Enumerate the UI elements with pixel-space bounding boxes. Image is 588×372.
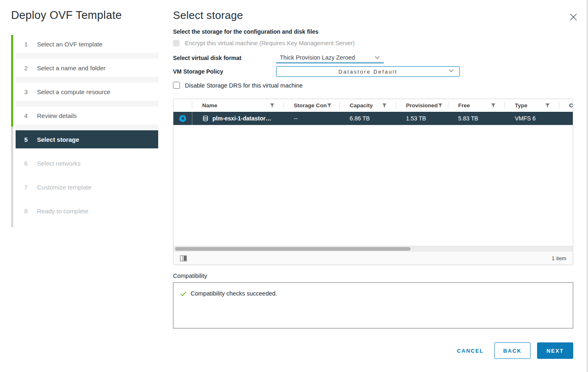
close-button[interactable]	[568, 12, 579, 22]
free-cell: 5.83 TB	[448, 112, 505, 125]
filter-icon[interactable]	[327, 103, 332, 108]
column-label: Free	[458, 102, 470, 109]
grid-header: Name Storage Con Capacity Provisioned	[173, 99, 573, 112]
column-label: Cluster	[569, 102, 573, 109]
wizard-steps: 1 Select an OVF template 2 Select a name…	[11, 35, 158, 220]
column-header-provisioned[interactable]: Provisioned	[396, 99, 448, 112]
filter-icon[interactable]	[491, 103, 496, 108]
disable-drs-label: Disable Storage DRS for this virtual mac…	[185, 82, 303, 89]
storage-policy-select[interactable]: Datastore Default	[276, 66, 460, 77]
datastore-row-selected[interactable]: plm-esxi-1-datastor… -- 6.86 TB 1.53 TB …	[173, 112, 573, 125]
radio-selected-icon[interactable]	[179, 115, 186, 122]
item-count: 1 item	[552, 255, 566, 261]
upcoming-steps-group: 6 Select networks 7 Customize template 8…	[16, 154, 158, 220]
capacity-cell: 6.86 TB	[340, 112, 396, 125]
column-picker-button[interactable]	[180, 255, 187, 261]
column-label: Capacity	[350, 102, 373, 109]
step-number: 2	[24, 65, 30, 72]
compatibility-message: Compatibility checks succeeded.	[191, 290, 277, 297]
success-check-icon	[180, 290, 187, 297]
columns-icon	[180, 255, 187, 261]
step-number: 5	[24, 136, 30, 143]
disk-format-row: Select virtual disk format Thick Provisi…	[173, 52, 573, 63]
step-select-ovf-template[interactable]: 1 Select an OVF template	[16, 35, 158, 53]
disk-format-value: Thick Provision Lazy Zeroed	[280, 54, 355, 61]
column-header-capacity[interactable]: Capacity	[340, 99, 396, 112]
step-number: 4	[24, 112, 30, 119]
compatibility-label: Compatibility	[173, 273, 573, 279]
datastore-grid: Name Storage Con Capacity Provisioned	[173, 99, 573, 265]
column-header-name[interactable]: Name	[192, 99, 284, 112]
chevron-down-icon	[375, 56, 380, 59]
step-select-compute-resource[interactable]: 3 Select a compute resource	[16, 83, 158, 101]
disable-drs-checkbox[interactable]	[173, 82, 180, 89]
wizard-title: Deploy OVF Template	[11, 9, 158, 22]
step-number: 3	[24, 88, 30, 95]
step-label: Ready to complete	[37, 208, 88, 215]
step-select-storage-active[interactable]: 5 Select storage	[16, 130, 158, 148]
storage-compatibility-cell: --	[284, 112, 340, 125]
column-header-cluster[interactable]: Cluster	[559, 99, 573, 112]
step-select-networks[interactable]: 6 Select networks	[16, 154, 158, 172]
wizard-sidebar: Deploy OVF Template 1 Select an OVF temp…	[0, 0, 158, 372]
wizard-button-bar: CANCEL BACK NEXT	[173, 342, 573, 359]
datastore-icon	[202, 115, 209, 122]
next-button[interactable]: NEXT	[537, 342, 573, 359]
column-label: Provisioned	[406, 102, 438, 109]
page-title: Select storage	[173, 9, 573, 22]
close-icon	[570, 13, 577, 21]
step-number: 6	[24, 160, 30, 167]
page-subtitle: Select the storage for the configuration…	[173, 28, 573, 35]
step-label: Select networks	[37, 160, 81, 167]
encrypt-vm-label: Encrypt this virtual machine (Requires K…	[185, 40, 355, 46]
header-radio-column	[173, 99, 192, 112]
column-header-storage-compatibility[interactable]: Storage Con	[284, 99, 340, 112]
step-number: 1	[24, 41, 30, 48]
filter-icon[interactable]	[438, 103, 443, 108]
filter-icon[interactable]	[270, 103, 275, 108]
type-cell: VMFS 6	[505, 112, 559, 125]
progress-rail-completed	[11, 35, 13, 127]
completed-steps-group: 1 Select an OVF template 2 Select a name…	[16, 35, 158, 130]
scrollbar-thumb[interactable]	[175, 247, 410, 251]
filter-icon[interactable]	[382, 103, 387, 108]
disk-format-select[interactable]: Thick Provision Lazy Zeroed	[276, 52, 384, 63]
column-header-type[interactable]: Type	[505, 99, 559, 112]
compatibility-box: Compatibility checks succeeded.	[173, 282, 573, 328]
horizontal-scrollbar[interactable]	[173, 246, 573, 251]
back-button[interactable]: BACK	[494, 342, 530, 359]
column-header-free[interactable]: Free	[448, 99, 505, 112]
step-label: Select an OVF template	[37, 41, 102, 48]
step-ready-to-complete[interactable]: 8 Ready to complete	[16, 202, 158, 220]
step-label: Select storage	[37, 136, 79, 143]
step-number: 8	[24, 208, 30, 215]
encrypt-vm-row: Encrypt this virtual machine (Requires K…	[173, 40, 573, 46]
step-customize-template[interactable]: 7 Customize template	[16, 178, 158, 196]
filter-icon[interactable]	[545, 103, 550, 108]
column-label: Storage Con	[294, 102, 327, 109]
disable-drs-row: Disable Storage DRS for this virtual mac…	[173, 82, 573, 89]
row-radio-cell	[173, 112, 192, 125]
step-content-panel: Select storage Select the storage for th…	[158, 0, 588, 372]
grid-body-empty	[173, 125, 573, 246]
datastore-name-cell: plm-esxi-1-datastor…	[192, 112, 284, 125]
cancel-button[interactable]: CANCEL	[453, 342, 488, 359]
deploy-ovf-dialog: Deploy OVF Template 1 Select an OVF temp…	[0, 0, 588, 372]
dialog-edge-divider	[587, 0, 588, 372]
grid-footer: 1 item	[173, 251, 573, 265]
step-label: Customize template	[37, 184, 92, 191]
step-label: Review details	[37, 112, 77, 119]
provisioned-cell: 1.53 TB	[396, 112, 448, 125]
step-select-name-folder[interactable]: 2 Select a name and folder	[16, 59, 158, 77]
step-label: Select a compute resource	[37, 88, 110, 95]
storage-policy-row: VM Storage Policy Datastore Default	[173, 66, 573, 77]
step-label: Select a name and folder	[37, 65, 106, 72]
storage-policy-value: Datastore Default	[339, 69, 398, 75]
step-review-details[interactable]: 4 Review details	[16, 106, 158, 125]
encrypt-vm-checkbox	[173, 40, 180, 46]
column-label: Name	[202, 102, 217, 109]
datastore-name: plm-esxi-1-datastor…	[212, 115, 271, 122]
disk-format-label: Select virtual disk format	[173, 55, 276, 61]
chevron-down-icon	[449, 69, 454, 72]
storage-policy-label: VM Storage Policy	[173, 68, 276, 75]
